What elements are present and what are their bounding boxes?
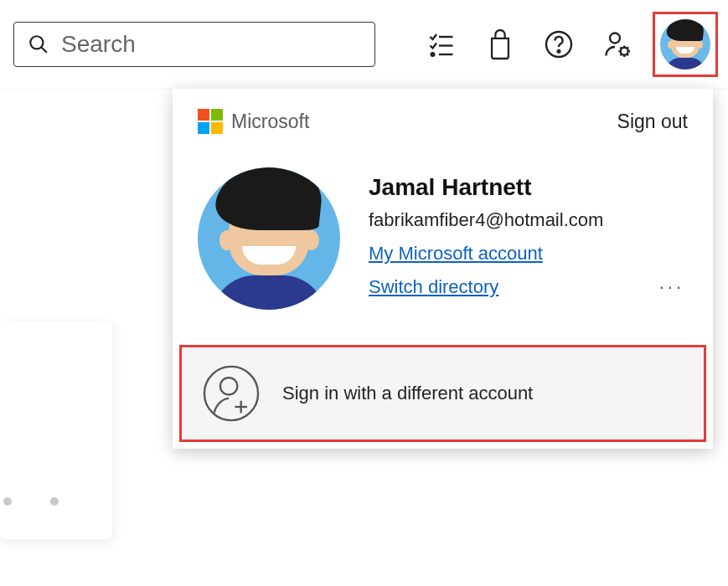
- avatar-large-icon: [198, 167, 340, 310]
- add-user-icon: [202, 364, 261, 423]
- my-account-link[interactable]: My Microsoft account: [369, 243, 688, 265]
- svg-line-17: [620, 54, 621, 55]
- svg-line-16: [627, 47, 628, 48]
- topbar: [0, 0, 728, 90]
- avatar-icon: [660, 19, 710, 69]
- shopping-bag-icon[interactable]: [483, 28, 517, 61]
- svg-point-7: [558, 50, 560, 53]
- add-account-button[interactable]: Sign in with a different account: [179, 345, 706, 442]
- dropdown-header: Microsoft Sign out: [173, 89, 713, 142]
- svg-point-19: [220, 378, 237, 394]
- help-icon[interactable]: [542, 28, 576, 61]
- dot-icon: [50, 497, 59, 506]
- add-account-label: Sign in with a different account: [282, 383, 533, 404]
- brand-label: Microsoft: [231, 111, 309, 133]
- svg-line-15: [627, 54, 628, 55]
- profile-avatar-button[interactable]: [653, 12, 718, 77]
- user-settings-icon[interactable]: [601, 28, 634, 61]
- checklist-icon[interactable]: [425, 28, 458, 61]
- svg-point-8: [610, 33, 620, 44]
- pagination-dots: [3, 497, 59, 506]
- svg-line-1: [41, 47, 47, 53]
- search-icon: [28, 33, 49, 55]
- microsoft-brand: Microsoft: [198, 109, 309, 134]
- account-dropdown: Microsoft Sign out Jamal Hartnett fabrik…: [173, 89, 713, 449]
- switch-directory-link[interactable]: Switch directory: [369, 276, 498, 298]
- microsoft-logo-icon: [198, 109, 223, 134]
- user-email: fabrikamfiber4@hotmail.com: [369, 209, 688, 231]
- side-card: [0, 321, 112, 539]
- svg-point-0: [30, 36, 43, 49]
- more-options-button[interactable]: ···: [656, 276, 688, 298]
- dropdown-body: Jamal Hartnett fabrikamfiber4@hotmail.co…: [173, 142, 713, 338]
- search-input[interactable]: [61, 31, 361, 58]
- user-name: Jamal Hartnett: [369, 174, 688, 201]
- search-box[interactable]: [13, 22, 375, 67]
- svg-point-9: [621, 48, 628, 55]
- svg-line-14: [620, 47, 621, 48]
- signout-link[interactable]: Sign out: [617, 111, 688, 133]
- user-meta: Jamal Hartnett fabrikamfiber4@hotmail.co…: [369, 167, 688, 298]
- svg-point-5: [431, 53, 435, 56]
- top-icon-group: [425, 28, 634, 61]
- dot-icon: [3, 497, 12, 506]
